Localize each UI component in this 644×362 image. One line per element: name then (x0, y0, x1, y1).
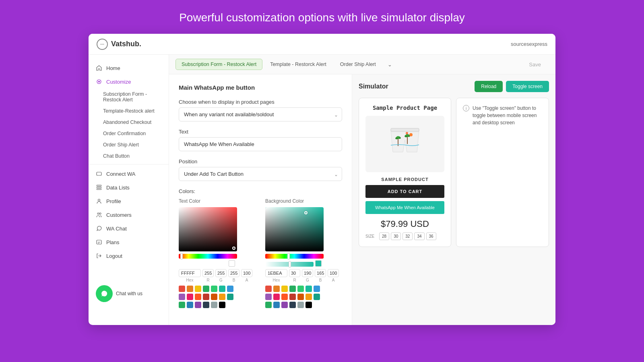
bg-hue-thumb[interactable] (287, 253, 290, 259)
size-30[interactable]: 30 (391, 232, 401, 240)
add-to-cart-button[interactable]: ADD TO CART (365, 185, 444, 198)
text-color-picker: Text Color (179, 198, 256, 308)
color-swatch[interactable] (187, 286, 193, 292)
bg-hex-input[interactable] (265, 269, 287, 277)
bg-alpha-bar[interactable] (265, 262, 314, 267)
save-button[interactable]: Save (521, 59, 549, 70)
sidebar-item-customize[interactable]: Customize (89, 75, 169, 88)
display-select[interactable]: When any variant not available/soldout (179, 107, 342, 121)
color-swatch[interactable] (297, 302, 304, 308)
bg-r-input[interactable] (289, 269, 300, 277)
color-swatch[interactable] (305, 294, 312, 300)
colors-group: Colors: Text Color (179, 188, 342, 308)
color-swatch[interactable] (289, 294, 296, 300)
text-r-input[interactable] (202, 269, 214, 277)
b-label-bg: B (319, 278, 322, 282)
text-color-canvas[interactable] (179, 207, 237, 251)
text-color-dot[interactable] (232, 247, 235, 250)
color-swatch[interactable] (281, 294, 288, 300)
color-swatch[interactable] (195, 294, 201, 300)
color-swatch[interactable] (219, 286, 225, 292)
sidebar-item-connect[interactable]: Connect WA (89, 167, 169, 181)
bg-b-input[interactable] (315, 269, 326, 277)
color-swatch[interactable] (289, 286, 296, 292)
text-alpha-bar[interactable] (179, 262, 227, 267)
color-swatch[interactable] (273, 302, 280, 308)
position-select[interactable]: Under Add To Cart Button (179, 167, 342, 181)
sidebar-sub-subscription[interactable]: Subscription Form - Restock Alert (89, 88, 169, 105)
color-swatch[interactable] (219, 294, 225, 300)
text-g-input[interactable] (215, 269, 227, 277)
tab-template[interactable]: Template - Restorck Alert (264, 59, 332, 70)
color-swatch[interactable] (265, 294, 272, 300)
color-swatch[interactable] (289, 302, 296, 308)
bg-color-dot[interactable] (304, 211, 308, 214)
simulator-buttons: Reload Toggle screen (475, 81, 549, 92)
color-swatch[interactable] (195, 302, 201, 308)
color-swatch[interactable] (297, 294, 304, 300)
sidebar-sub-chat-button[interactable]: Chat Button (89, 150, 169, 162)
color-swatch[interactable] (211, 286, 217, 292)
color-swatch[interactable] (273, 286, 280, 292)
text-hex-input[interactable] (179, 269, 201, 277)
tab-subscription[interactable]: Subscription Form - Restock Alert (175, 59, 262, 70)
color-swatch[interactable] (195, 286, 201, 292)
bg-color-canvas[interactable] (265, 207, 324, 251)
text-b-input[interactable] (228, 269, 239, 277)
tab-order-ship[interactable]: Order Ship Alert (334, 59, 382, 70)
color-swatch[interactable] (305, 286, 312, 292)
color-swatch[interactable] (187, 294, 193, 300)
sidebar-item-wa-chat[interactable]: WA Chat (89, 222, 169, 235)
color-swatch[interactable] (314, 286, 320, 292)
color-swatch[interactable] (265, 302, 272, 308)
text-input[interactable] (179, 137, 342, 151)
color-swatch[interactable] (187, 302, 193, 308)
size-32[interactable]: 32 (402, 232, 413, 240)
simulator-header: Simulator Reload Toggle screen (359, 81, 549, 92)
sidebar-sub-order-confirmation[interactable]: Order Confirmation (89, 128, 169, 139)
sidebar-sub-order-ship[interactable]: Order Ship Alert (89, 139, 169, 150)
sidebar-item-plans[interactable]: Plans (89, 235, 169, 249)
color-swatch[interactable] (305, 302, 312, 308)
color-swatch[interactable] (281, 286, 288, 292)
color-swatch[interactable] (314, 294, 320, 300)
color-swatch[interactable] (227, 294, 233, 300)
sidebar-item-logout[interactable]: Logout (89, 249, 169, 263)
color-swatch[interactable] (203, 302, 209, 308)
color-swatch[interactable] (297, 286, 304, 292)
color-swatch[interactable] (179, 302, 185, 308)
sidebar-sub-template[interactable]: Template-Restock alert (89, 105, 169, 117)
color-swatch[interactable] (211, 294, 217, 300)
size-34[interactable]: 34 (414, 232, 424, 240)
color-swatch[interactable] (203, 286, 209, 292)
sidebar-item-customers[interactable]: Customers (89, 208, 169, 222)
color-swatch[interactable] (227, 286, 233, 292)
bg-a-input[interactable] (328, 269, 339, 277)
size-36[interactable]: 36 (426, 232, 436, 240)
text-hue-bar[interactable] (179, 254, 237, 259)
svg-point-19 (409, 133, 413, 136)
color-swatch[interactable] (219, 302, 225, 308)
wa-chat-bubble[interactable] (96, 285, 113, 302)
sidebar-sub-abandoned[interactable]: Abandoned Checkout (89, 117, 169, 128)
sidebar-item-profile[interactable]: Profile (89, 194, 169, 208)
size-28[interactable]: 28 (379, 232, 389, 240)
color-swatch[interactable] (273, 294, 280, 300)
toggle-screen-button[interactable]: Toggle screen (506, 81, 549, 92)
sidebar-item-home[interactable]: Home (89, 61, 169, 75)
whatsapp-available-button[interactable]: WhatsApp Me When Available (365, 201, 444, 214)
color-swatch[interactable] (265, 286, 272, 292)
color-swatch[interactable] (179, 286, 185, 292)
text-hue-thumb[interactable] (180, 253, 183, 259)
color-swatch[interactable] (179, 294, 185, 300)
bg-hue-bar[interactable] (265, 254, 324, 259)
bg-alpha-thumb[interactable] (289, 261, 291, 267)
text-a-input[interactable] (241, 269, 252, 277)
color-swatch[interactable] (281, 302, 288, 308)
tab-more-button[interactable]: ⌄ (384, 59, 396, 70)
reload-button[interactable]: Reload (475, 81, 503, 92)
sidebar-item-data[interactable]: Data Lists (89, 181, 169, 194)
color-swatch[interactable] (211, 302, 217, 308)
color-swatch[interactable] (203, 294, 209, 300)
bg-g-input[interactable] (302, 269, 313, 277)
